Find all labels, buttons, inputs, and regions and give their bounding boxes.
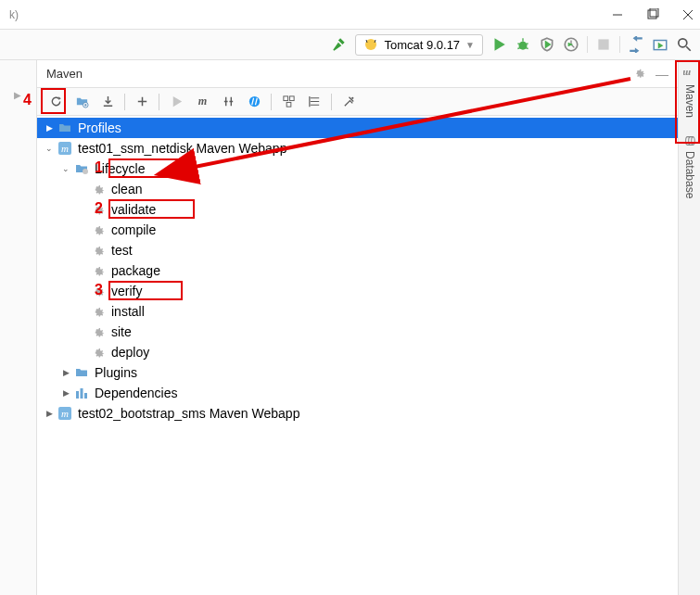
hide-icon[interactable]: — [655, 67, 668, 82]
maven-panel: Maven — m ▶ [37, 60, 678, 595]
show-dependencies-button[interactable] [277, 91, 299, 113]
update-icon[interactable] [628, 36, 644, 53]
hammer-icon[interactable] [331, 36, 348, 53]
gear-icon [91, 182, 106, 196]
dependencies-icon [74, 386, 89, 400]
tree-node-compile[interactable]: ·compile [37, 220, 678, 240]
svg-rect-21 [84, 393, 87, 399]
expand-icon[interactable]: ▶ [59, 386, 72, 399]
tree-node-lifecycle[interactable]: ⌄ Lifecycle [37, 158, 678, 179]
gear-icon [91, 304, 106, 319]
reimport-button[interactable] [45, 91, 67, 113]
run-config-selector[interactable]: Tomcat 9.0.17 ▼ [355, 34, 483, 56]
profile-icon[interactable] [563, 36, 579, 53]
generate-sources-button[interactable] [70, 91, 93, 113]
svg-rect-14 [283, 96, 287, 101]
svg-point-10 [679, 39, 687, 47]
expand-icon[interactable]: ▶ [43, 407, 56, 420]
tree-node-site[interactable]: ·site [37, 322, 678, 342]
separator [271, 94, 272, 110]
maven-icon [57, 406, 72, 421]
separator [124, 94, 125, 110]
tree-node-dependencies[interactable]: ▶Dependencies [37, 383, 678, 403]
svg-point-5 [365, 39, 376, 50]
database-icon [683, 134, 696, 147]
maven-icon: m [683, 68, 696, 81]
node-label: compile [111, 222, 156, 237]
tomcat-icon [363, 37, 378, 52]
separator [159, 94, 159, 110]
tree-node-deploy[interactable]: ·deploy [37, 342, 678, 362]
svg-rect-8 [598, 39, 608, 49]
content-area: ▶ Maven — m [0, 60, 700, 595]
run-maven-button[interactable] [165, 91, 187, 113]
gear-icon [91, 345, 106, 360]
collapse-icon[interactable]: ▶ [14, 90, 21, 100]
coverage-icon[interactable] [539, 36, 555, 53]
debug-icon[interactable] [515, 36, 531, 53]
maximize-button[interactable] [646, 8, 659, 21]
collapse-icon[interactable]: ⌄ [59, 162, 72, 175]
svg-rect-19 [76, 391, 79, 399]
folder-gear-icon [74, 161, 89, 176]
run-icon[interactable] [490, 36, 507, 53]
tree-node-profiles[interactable]: ▶ Profiles [37, 118, 678, 138]
collapse-all-button[interactable] [303, 91, 325, 113]
collapse-icon[interactable]: ⌄ [43, 142, 56, 155]
node-label: package [111, 263, 160, 278]
node-label: Dependencies [95, 386, 178, 400]
tree-node-validate[interactable]: ·validate [37, 199, 678, 220]
tree-node-clean[interactable]: ·clean [37, 179, 678, 199]
tree-node-install[interactable]: ·install [37, 301, 678, 322]
title-bar: k) [0, 0, 700, 30]
chevron-down-icon: ▼ [465, 40, 475, 50]
sidebar-tab-maven[interactable]: mMaven [679, 60, 700, 125]
maven-icon [57, 141, 72, 156]
close-button[interactable] [681, 8, 694, 21]
svg-point-18 [83, 169, 88, 174]
svg-rect-15 [289, 96, 294, 101]
tree-node-plugins[interactable]: ▶Plugins [37, 362, 678, 383]
svg-point-17 [351, 97, 353, 99]
maven-toolbar: m [37, 88, 678, 116]
node-label: test01_ssm_netdisk Maven Webapp [78, 141, 286, 156]
toggle-skip-tests-button[interactable] [243, 91, 265, 113]
node-label: clean [111, 182, 142, 196]
tab-label: Database [683, 151, 696, 198]
tree-node-package[interactable]: ·package [37, 260, 678, 281]
settings-button[interactable] [337, 91, 360, 113]
minimize-button[interactable] [611, 8, 624, 21]
tree-node-test[interactable]: ·test [37, 240, 678, 260]
tree-node-project2[interactable]: ▶test02_bootstrap_sms Maven Webapp [37, 403, 678, 424]
svg-rect-16 [286, 102, 291, 107]
search-icon[interactable] [676, 36, 693, 53]
gear-icon [91, 243, 106, 258]
tree-node-project1[interactable]: ⌄ test01_ssm_netdisk Maven Webapp [37, 138, 678, 158]
download-sources-button[interactable] [96, 91, 119, 113]
execute-goal-button[interactable]: m [191, 91, 213, 113]
separator [619, 36, 620, 53]
gear-icon[interactable] [632, 66, 646, 82]
toggle-offline-button[interactable] [217, 91, 239, 113]
stop-icon[interactable] [595, 36, 612, 53]
expand-icon[interactable]: ▶ [43, 121, 56, 134]
window-controls [611, 8, 694, 21]
folder-icon [57, 120, 72, 135]
main-toolbar: Tomcat 9.0.17 ▼ [0, 30, 700, 60]
maven-tree: ▶ Profiles ⌄ test01_ssm_netdisk Maven We… [37, 116, 678, 595]
separator [587, 36, 588, 53]
tab-label: Maven [683, 84, 696, 118]
run-config-label: Tomcat 9.0.17 [384, 38, 460, 52]
commit-icon[interactable] [652, 36, 668, 53]
separator [331, 94, 332, 110]
expand-icon[interactable]: ▶ [59, 366, 72, 379]
tree-node-verify[interactable]: ·verify [37, 281, 678, 301]
svg-text:m: m [683, 69, 691, 80]
add-project-button[interactable] [131, 91, 153, 113]
node-label: Lifecycle [95, 161, 145, 176]
node-label: site [111, 324, 132, 339]
svg-rect-3 [648, 10, 656, 19]
node-label: validate [111, 202, 156, 217]
sidebar-tab-database[interactable]: Database [679, 125, 700, 209]
node-label: deploy [111, 345, 149, 360]
